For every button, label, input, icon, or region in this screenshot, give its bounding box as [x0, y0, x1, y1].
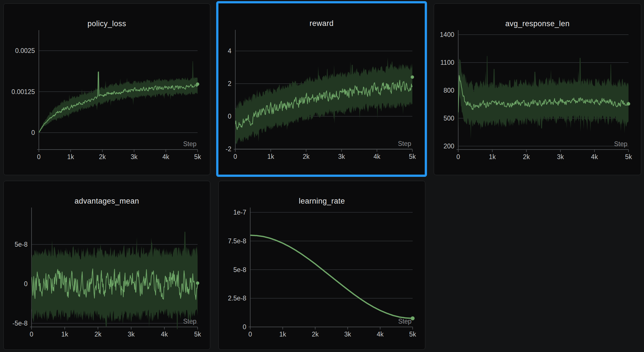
- svg-text:4: 4: [228, 47, 231, 55]
- svg-text:4k: 4k: [377, 331, 384, 338]
- svg-text:3k: 3k: [128, 331, 135, 338]
- svg-text:Step: Step: [614, 140, 627, 148]
- svg-text:2k: 2k: [312, 331, 319, 338]
- svg-text:3k: 3k: [557, 153, 564, 161]
- svg-text:5e-8: 5e-8: [233, 266, 246, 273]
- svg-text:0: 0: [37, 153, 41, 161]
- svg-text:5k: 5k: [194, 153, 201, 161]
- svg-text:500: 500: [444, 115, 454, 122]
- svg-text:2.5e-8: 2.5e-8: [228, 295, 246, 302]
- svg-text:2k: 2k: [99, 153, 106, 161]
- chart-learning-rate[interactable]: 02.5e-85e-87.5e-81e-701k2k3k4k5kStep: [219, 181, 425, 349]
- svg-text:5k: 5k: [625, 153, 632, 161]
- svg-text:7.5e-8: 7.5e-8: [228, 237, 246, 245]
- svg-text:1e-7: 1e-7: [233, 209, 246, 216]
- panel-advantages-mean[interactable]: advantages_mean -5e-805e-801k2k3k4k5kSte…: [3, 181, 210, 350]
- svg-text:0: 0: [228, 113, 231, 120]
- svg-text:0: 0: [31, 129, 35, 136]
- svg-text:0: 0: [249, 331, 252, 338]
- svg-text:4k: 4k: [161, 331, 168, 338]
- chart-avg-response-len[interactable]: 2005008001100140001k2k3k4k5kStep: [434, 4, 641, 175]
- svg-text:2k: 2k: [523, 153, 530, 161]
- svg-text:5e-8: 5e-8: [15, 241, 28, 248]
- svg-text:-2: -2: [226, 145, 231, 153]
- svg-text:Step: Step: [183, 140, 196, 148]
- svg-text:5k: 5k: [409, 153, 416, 160]
- svg-text:0: 0: [30, 331, 33, 338]
- svg-text:1100: 1100: [440, 59, 454, 66]
- svg-text:3k: 3k: [338, 153, 345, 160]
- svg-text:800: 800: [444, 87, 454, 94]
- metrics-dashboard: policy_loss 00.001250.002501k2k3k4k5kSte…: [0, 0, 644, 352]
- svg-text:4k: 4k: [374, 153, 381, 160]
- svg-text:0: 0: [457, 153, 460, 161]
- svg-text:5k: 5k: [194, 331, 201, 338]
- panel-avg-response-len[interactable]: avg_response_len 2005008001100140001k2k3…: [434, 3, 641, 175]
- svg-text:0: 0: [24, 280, 28, 288]
- svg-text:1k: 1k: [279, 331, 286, 338]
- panel-policy-loss[interactable]: policy_loss 00.001250.002501k2k3k4k5kSte…: [3, 3, 210, 175]
- svg-text:0.0025: 0.0025: [15, 47, 35, 54]
- svg-text:1k: 1k: [67, 153, 74, 161]
- svg-text:5k: 5k: [409, 331, 416, 338]
- svg-text:0: 0: [234, 153, 237, 160]
- chart-policy-loss[interactable]: 00.001250.002501k2k3k4k5kStep: [4, 4, 210, 175]
- svg-text:3k: 3k: [344, 331, 351, 338]
- chart-reward[interactable]: -202401k2k3k4k5kStep: [218, 3, 425, 175]
- svg-text:Step: Step: [398, 140, 411, 147]
- svg-text:3k: 3k: [131, 153, 138, 161]
- svg-text:2k: 2k: [95, 331, 102, 338]
- svg-text:0.00125: 0.00125: [12, 88, 35, 95]
- svg-text:-5e-8: -5e-8: [12, 320, 28, 327]
- svg-text:0: 0: [243, 323, 246, 331]
- svg-text:1k: 1k: [61, 331, 68, 338]
- svg-text:2k: 2k: [303, 153, 310, 160]
- panel-reward[interactable]: reward -202401k2k3k4k5kStep: [216, 1, 427, 177]
- svg-text:1400: 1400: [440, 31, 454, 38]
- panel-learning-rate[interactable]: learning_rate 02.5e-85e-87.5e-81e-701k2k…: [218, 181, 425, 350]
- svg-text:1k: 1k: [489, 153, 496, 161]
- svg-text:4k: 4k: [162, 153, 169, 161]
- svg-text:2: 2: [228, 80, 231, 87]
- chart-advantages-mean[interactable]: -5e-805e-801k2k3k4k5kStep: [4, 181, 210, 349]
- svg-text:4k: 4k: [591, 153, 598, 161]
- svg-text:200: 200: [444, 142, 454, 150]
- svg-text:Step: Step: [183, 318, 196, 325]
- svg-text:1k: 1k: [267, 153, 274, 160]
